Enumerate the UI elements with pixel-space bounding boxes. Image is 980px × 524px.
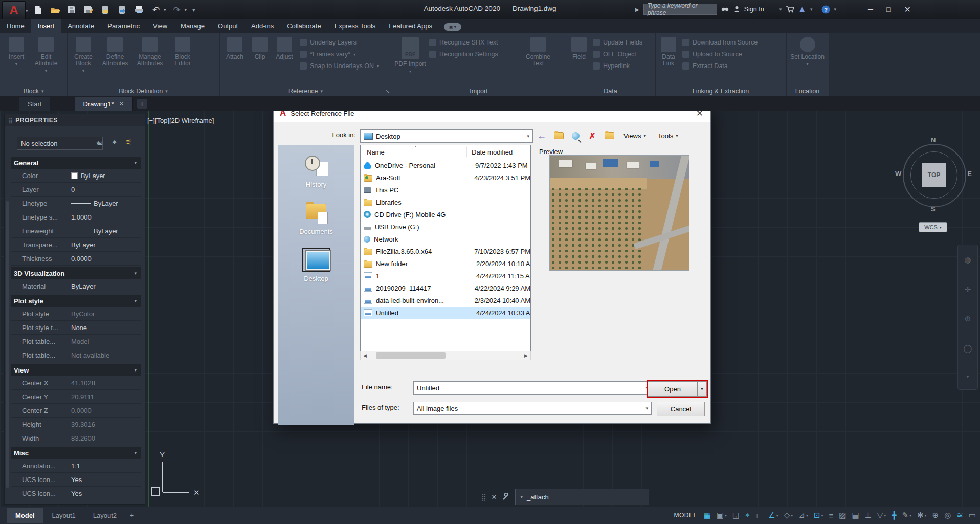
redo-dropdown-icon[interactable]: ▾ <box>185 7 187 12</box>
app-store-cart-icon[interactable] <box>786 6 794 13</box>
section-misc[interactable]: Misc▾ <box>11 447 141 459</box>
frames-vary-button[interactable]: *Frames vary*▾ <box>300 51 379 58</box>
search-input[interactable]: Type a keyword or phrase <box>643 4 717 15</box>
dynamic-input-icon[interactable]: ⌖ <box>745 511 749 520</box>
open-button[interactable]: Open <box>648 381 698 397</box>
scroll-left-icon[interactable]: ◀ <box>361 353 369 358</box>
place-documents[interactable]: Documents <box>299 202 333 235</box>
new-drawing-tab-button[interactable]: + <box>137 99 147 109</box>
user-icon[interactable] <box>733 6 740 13</box>
gizmo-icon[interactable]: ╋ <box>892 511 896 520</box>
redo-icon[interactable]: ↷ <box>171 4 183 16</box>
file-row[interactable]: This PC <box>361 184 530 196</box>
underlay-layers-button[interactable]: Underlay Layers <box>300 39 379 46</box>
tab-view[interactable]: View <box>146 19 174 33</box>
navbar-more-icon[interactable]: ▾ <box>966 374 969 379</box>
isolate-objects-icon[interactable]: ◎ <box>944 511 951 520</box>
tab-add-ins[interactable]: Add-ins <box>244 19 280 33</box>
viewcube-top-face[interactable]: TOP <box>922 163 946 187</box>
prop-row-center-y[interactable]: Center Y20.9111 <box>11 390 141 404</box>
model-space-badge[interactable]: MODEL <box>674 512 697 519</box>
viewcube-east[interactable]: E <box>967 170 972 178</box>
back-button[interactable]: ← <box>536 129 548 142</box>
files-of-type-dropdown[interactable]: All image files▾ <box>413 402 652 415</box>
tools-menu-button[interactable]: Tools▾ <box>654 130 682 141</box>
edit-attribute-button[interactable]: Edit Attribute▾ <box>31 34 61 73</box>
isometric-drafting-icon[interactable]: ◇▾ <box>784 511 793 520</box>
snap-mode-icon[interactable]: ▣▾ <box>717 511 727 520</box>
create-block-button[interactable]: Create Block▾ <box>69 34 98 73</box>
download-from-source-button[interactable]: Download from Source <box>682 39 758 46</box>
autocad-logo[interactable]: A <box>2 1 26 19</box>
panel-label-block[interactable]: Block▾ <box>0 86 67 96</box>
prop-row-color[interactable]: ColorByLayer <box>11 169 141 183</box>
sign-in-button[interactable]: Sign In <box>744 6 764 13</box>
save-to-web-mobile-icon[interactable] <box>116 4 128 16</box>
graphics-performance-icon[interactable]: ≋ <box>956 511 963 520</box>
help-dropdown-icon[interactable]: ▾ <box>834 7 837 12</box>
manage-attributes-button[interactable]: Manage Attributes <box>132 34 168 67</box>
tab-manage[interactable]: Manage <box>174 19 211 33</box>
orbit-icon[interactable]: ◯ <box>964 344 972 353</box>
viewport-controls[interactable]: [−][Top][2D Wireframe] <box>147 117 214 124</box>
file-row-selected[interactable]: Untitled4/24/2024 10:33 A <box>361 307 530 319</box>
column-date-modified[interactable]: Date modified <box>466 148 513 156</box>
quick-select-icon[interactable]: ⚟ <box>125 138 132 147</box>
look-in-dropdown[interactable]: Desktop▾ <box>360 129 533 143</box>
prop-row-transparency[interactable]: Transpare...ByLayer <box>11 238 141 252</box>
cancel-button[interactable]: Cancel <box>657 402 705 416</box>
maximize-button[interactable]: □ <box>886 5 890 13</box>
data-link-button[interactable]: Data Link <box>657 34 680 67</box>
section-view[interactable]: View▾ <box>11 364 141 376</box>
prop-row-ucs-icon-on[interactable]: UCS icon...Yes <box>11 473 141 487</box>
tab-collaborate[interactable]: Collaborate <box>280 19 328 33</box>
panel-label-reference[interactable]: Reference▾ <box>219 86 392 96</box>
new-layout-button[interactable]: + <box>130 511 134 519</box>
object-snap-icon[interactable]: ⊡▾ <box>814 511 823 520</box>
select-objects-icon[interactable]: ⌖ <box>112 138 116 147</box>
section-general[interactable]: General▾ <box>11 157 141 169</box>
recognition-settings-button[interactable]: Recognition Settings <box>429 51 520 58</box>
snap-to-underlays-button[interactable]: Snap to Underlays ON▾ <box>300 62 379 70</box>
infer-constraints-icon[interactable]: ◱ <box>732 511 740 520</box>
palette-grip-icon[interactable]: ⣿ <box>9 118 12 123</box>
create-new-folder-button[interactable] <box>603 129 615 142</box>
grid-display-icon[interactable]: ▦ <box>704 511 711 520</box>
field-button[interactable]: Field <box>567 34 591 60</box>
delete-button[interactable]: ✗ <box>586 129 598 142</box>
file-row[interactable]: CD Drive (F:) Mobile 4G <box>361 208 530 221</box>
attach-button[interactable]: Attach <box>221 34 249 60</box>
update-fields-button[interactable]: Update Fields <box>593 39 642 46</box>
a360-icon[interactable]: ▲ <box>798 5 806 14</box>
open-dropdown-icon[interactable]: ▾ <box>698 381 707 397</box>
combine-text-button[interactable]: Combine Text <box>520 34 556 67</box>
upload-to-source-button[interactable]: Upload to Source <box>682 51 758 58</box>
palette-scrollbar[interactable] <box>6 201 9 488</box>
adjust-button[interactable]: Adjust <box>271 34 298 60</box>
media-tool-button[interactable]: ▣ ▾ <box>444 23 461 31</box>
block-editor-button[interactable]: Block Editor <box>168 34 197 67</box>
dynamic-ucs-icon[interactable]: ⊥ <box>865 511 872 520</box>
ole-object-button[interactable]: OLE Object <box>593 51 642 58</box>
tab-express-tools[interactable]: Express Tools <box>328 19 383 33</box>
tab-start[interactable]: Start <box>19 97 50 111</box>
file-row[interactable]: OneDrive - Personal9/7/2022 1:43 PM <box>361 159 530 171</box>
views-menu-button[interactable]: Views▾ <box>620 130 650 141</box>
viewcube-south[interactable]: S <box>931 205 936 213</box>
tab-model[interactable]: Model <box>7 508 43 523</box>
file-row[interactable]: 20190209_1144174/22/2024 9:29 AM <box>361 282 530 294</box>
extract-data-button[interactable]: Extract Data <box>682 62 758 70</box>
prop-row-annotation-scale[interactable]: Annotatio...1:1 <box>11 459 141 473</box>
tab-annotate[interactable]: Annotate <box>61 19 101 33</box>
prop-row-width[interactable]: Width83.2600 <box>11 431 141 445</box>
clean-screen-icon[interactable]: ▭ <box>969 511 976 520</box>
command-line-close-icon[interactable]: ✕ <box>492 493 497 501</box>
close-button[interactable]: ✕ <box>904 5 910 14</box>
file-row[interactable]: Ara-Soft4/23/2024 3:51 PM <box>361 171 530 184</box>
undo-icon[interactable]: ↶ <box>150 4 162 16</box>
panel-label-linking[interactable]: Linking & Extraction <box>655 86 786 96</box>
section-3d-visualization[interactable]: 3D Visualization▾ <box>11 267 141 279</box>
steering-wheel-icon[interactable]: ◍ <box>964 255 971 265</box>
undo-dropdown-icon[interactable]: ▾ <box>164 7 166 12</box>
selection-cycling-icon[interactable]: ▤ <box>852 511 859 520</box>
